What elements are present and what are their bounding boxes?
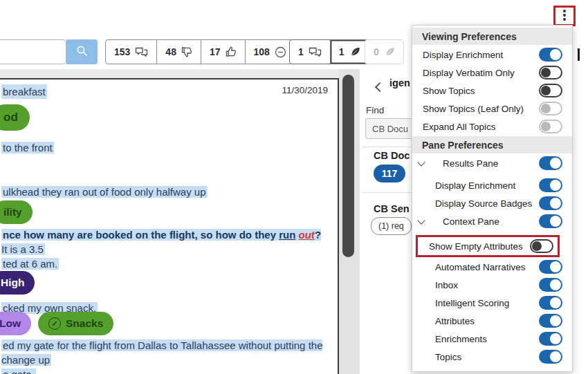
menu-item-automated-narratives[interactable]: Automated Narratives [412, 258, 572, 276]
count-value: 1 [339, 46, 344, 57]
menu-item-show-empty-attributes[interactable]: Show Empty Attributes [412, 234, 572, 258]
sentence-segment: out [299, 229, 315, 241]
toggle-on[interactable] [539, 278, 562, 292]
toggle-on[interactable] [539, 260, 562, 274]
menu-item-display-source-badges[interactable]: Display Source Badges [412, 194, 572, 212]
toggle-on[interactable] [539, 314, 562, 328]
menu-item-display-verbatim-only[interactable]: Display Verbatim Only [412, 64, 572, 82]
preferences-menu: Viewing PreferencesDisplay EnrichmentDis… [412, 25, 573, 372]
sentiment-counts-segment[interactable]: 48 [157, 40, 201, 64]
search-button[interactable] [66, 39, 98, 64]
search-input[interactable] [0, 39, 66, 64]
toggle-off[interactable] [539, 66, 562, 80]
menu-item-results-pane[interactable]: Results Pane [412, 154, 572, 172]
app-root: 1534817108110 breakfast11/30/2019odto th… [0, 0, 588, 374]
toggle-on[interactable] [539, 178, 562, 192]
sentence-segment: run [279, 229, 295, 241]
badge-line: od [1, 104, 328, 131]
menu-item-context-pane[interactable]: Context Pane [412, 212, 572, 230]
document-first-line: breakfast11/30/2019 [1, 84, 328, 99]
menu-item-intelligent-scoring[interactable]: Intelligent Scoring [412, 294, 572, 312]
menu-item-expand-all-topics[interactable]: Expand All Topics [412, 118, 572, 135]
find-label: Find [366, 105, 384, 115]
topic-badge-ility[interactable]: ility [0, 200, 33, 224]
menu-item-display-enrichment[interactable]: Display Enrichment [412, 46, 572, 64]
toggle-on[interactable] [539, 156, 562, 170]
count-value: 0 [374, 46, 379, 57]
document-line: ulkhead they ran out of food only halfwa… [1, 185, 328, 199]
kebab-menu-button[interactable] [553, 6, 576, 26]
document-line: ted at 6 am. [1, 256, 328, 271]
badge-label: Snacks [66, 317, 103, 330]
sentence-segment: ? [315, 229, 321, 241]
count-value: 108 [254, 46, 270, 57]
count-value: 1 [298, 46, 304, 57]
chevron-down-icon [417, 158, 425, 166]
topic-badge-snacks[interactable]: ✓Snacks [38, 312, 113, 335]
document-date: 11/30/2019 [282, 84, 328, 95]
topic-badge-od[interactable]: od [0, 104, 30, 131]
thumbs-down-icon [181, 46, 192, 57]
menu-item-display-enrichment[interactable]: Display Enrichment [412, 176, 572, 194]
document-line: to the front [1, 140, 328, 155]
feather-light-icon [384, 46, 395, 57]
sentiment-counts-segment[interactable]: 17 [201, 40, 246, 64]
toggle-on[interactable] [539, 196, 562, 210]
chat-bubbles-icon [135, 47, 148, 57]
badge-line: ility [1, 200, 328, 224]
badge-label: High [1, 277, 24, 289]
search-icon [76, 45, 88, 59]
toggle-on[interactable] [539, 214, 562, 228]
scrollbar-track[interactable] [339, 69, 360, 374]
menu-item-show-topics[interactable]: Show Topics [412, 82, 572, 100]
menu-item-label: Display Source Badges [435, 198, 532, 209]
menu-item-inbox[interactable]: Inbox [412, 276, 572, 294]
menu-item-label: Display Enrichment [423, 50, 503, 60]
menu-item-topics[interactable]: Topics [412, 348, 572, 366]
highlighted-sentence: ed my gate for the flight from Dallas to… [1, 339, 322, 366]
badge-label: ility [3, 206, 22, 218]
red-annotation-box: Show Empty Attributes [416, 235, 560, 257]
feather-dark-icon [349, 46, 360, 57]
menu-item-attributes[interactable]: Attributes [412, 312, 572, 330]
sentiment-counts-segment[interactable]: 153 [106, 40, 157, 64]
highlighted-sentence: ted at 6 am. [1, 258, 59, 270]
menu-section-viewing-preferences: Viewing Preferences [412, 28, 572, 45]
badge-label: od [3, 111, 18, 124]
toggle-off[interactable] [530, 239, 553, 253]
thumbs-up-icon [226, 46, 237, 57]
toggle-on[interactable] [539, 332, 562, 346]
chat-bubbles-icon [309, 47, 322, 57]
effort-count: 0 [365, 39, 404, 64]
highlighted-sentence: ulkhead they ran out of food only halfwa… [1, 186, 208, 198]
menu-item-label: Topics [435, 352, 461, 362]
badge-line: High [1, 271, 328, 294]
menu-item-show-topics-leaf-only[interactable]: Show Topics (Leaf Only) [412, 100, 572, 118]
check-circle-icon: ✓ [48, 317, 61, 330]
toggle-on[interactable] [539, 350, 562, 364]
mention-counts-segment[interactable]: 1 [290, 40, 331, 64]
topic-badge-high[interactable]: High [0, 271, 35, 294]
toggle-on[interactable] [539, 48, 562, 62]
mention-counts-segment[interactable]: 1 [331, 40, 369, 64]
toggle-off[interactable] [539, 84, 562, 97]
scrollbar-thumb[interactable] [342, 75, 354, 257]
menu-item-label: Display Enrichment [435, 180, 515, 191]
minus-circle-icon [275, 46, 286, 58]
collapse-panel-button[interactable] [376, 81, 383, 93]
document-line: nce how many are booked on the flight, s… [1, 227, 328, 256]
menu-item-label: Inbox [435, 280, 458, 290]
toggle-off-disabled [539, 120, 562, 133]
menu-item-label: Show Topics [423, 86, 475, 96]
document-line: e gate. [1, 367, 328, 374]
sentiment-counts-segment[interactable]: 108 [246, 40, 295, 64]
count-value: 48 [165, 46, 176, 57]
menu-item-label: Automated Narratives [435, 262, 526, 272]
topic-badge-low[interactable]: Low [0, 312, 31, 335]
menu-section-pane-preferences: Pane Preferences [412, 136, 572, 153]
count-value: 153 [114, 46, 130, 57]
document-card: breakfast11/30/2019odto the frontulkhead… [0, 78, 339, 374]
menu-item-enrichments[interactable]: Enrichments [412, 330, 572, 348]
required-filter-chip[interactable]: (1) req [371, 217, 412, 235]
toggle-on[interactable] [539, 296, 562, 310]
